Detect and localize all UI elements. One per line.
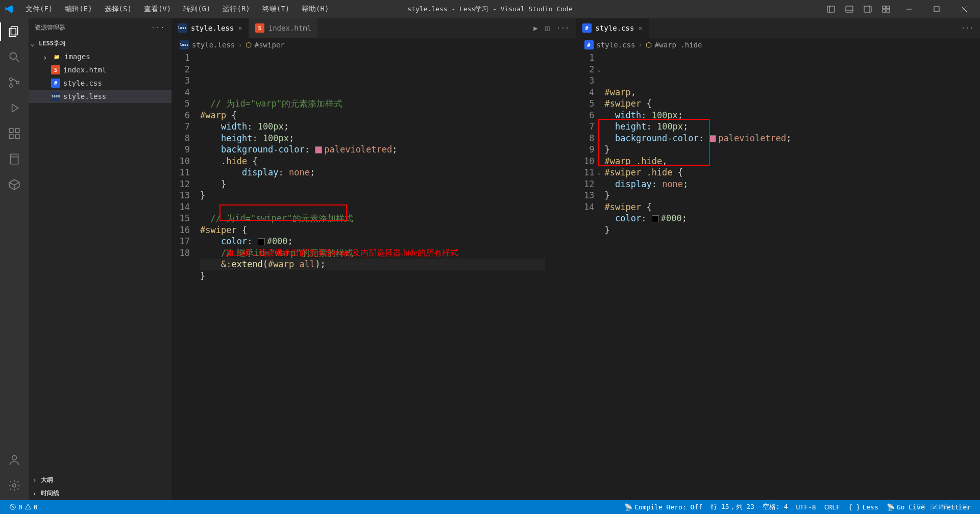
- folder-root[interactable]: LESS学习: [29, 37, 172, 50]
- svg-rect-11: [934, 7, 939, 12]
- outline-section[interactable]: 大纲: [29, 473, 172, 486]
- svg-rect-9: [887, 10, 890, 12]
- tree-item-index.html[interactable]: 5index.html: [29, 63, 172, 76]
- tab-style.css[interactable]: #style.css×: [576, 18, 649, 38]
- file-tree: 📁images5index.html#style.csslessstyle.le…: [29, 50, 172, 473]
- right-tabs: #style.css×···: [576, 18, 981, 38]
- search-icon[interactable]: [6, 49, 22, 65]
- svg-rect-25: [15, 128, 19, 133]
- svg-rect-26: [10, 154, 18, 164]
- less-icon: less: [51, 92, 60, 101]
- more-icon[interactable]: ···: [151, 24, 165, 31]
- svg-point-19: [10, 85, 12, 87]
- svg-rect-0: [827, 6, 835, 12]
- minimap[interactable]: [545, 52, 576, 500]
- minimap[interactable]: [949, 52, 980, 500]
- panel-left-icon[interactable]: [824, 2, 838, 16]
- tree-item-style.css[interactable]: #style.css: [29, 76, 172, 90]
- status-golive[interactable]: 📡 Go Live: [883, 502, 929, 511]
- menu-help[interactable]: 帮助(H): [297, 3, 334, 16]
- run-debug-icon[interactable]: [6, 100, 22, 116]
- menu-file[interactable]: 文件(F): [20, 3, 58, 16]
- right-code[interactable]: 1234567891011121314 ⌄ ⌄ ⌄ #warp,#swiper …: [576, 52, 981, 500]
- svg-point-20: [16, 81, 19, 84]
- panel-right-icon[interactable]: [861, 2, 875, 16]
- status-spaces[interactable]: 空格: 4: [758, 502, 792, 511]
- sidebar-title: 资源管理器: [35, 23, 65, 32]
- maximize-button[interactable]: [925, 0, 948, 18]
- explorer-icon[interactable]: [6, 23, 22, 40]
- status-position[interactable]: 行 15，列 23: [706, 502, 758, 511]
- close-button[interactable]: [952, 0, 976, 18]
- split-icon[interactable]: ◫: [545, 24, 549, 32]
- right-editor: #style.css×··· # style.css › ⬡ #warp .hi…: [576, 18, 981, 500]
- right-breadcrumb[interactable]: # style.css › ⬡ #warp .hide: [576, 38, 981, 52]
- html-icon: 5: [255, 23, 264, 33]
- svg-line-17: [16, 59, 19, 62]
- tab-index.html[interactable]: 5index.html: [249, 18, 318, 38]
- less-icon: less: [178, 23, 187, 33]
- account-icon[interactable]: [6, 452, 22, 468]
- window-title: style.less - Less学习 - Visual Studio Code: [407, 5, 572, 14]
- svg-point-16: [10, 53, 16, 59]
- less-icon: less: [180, 40, 189, 49]
- folder-icon: 📁: [52, 52, 61, 61]
- more-icon[interactable]: ···: [556, 24, 569, 32]
- status-prettier[interactable]: ✓ Prettier: [929, 502, 975, 511]
- menu-run[interactable]: 运行(R): [217, 3, 255, 16]
- svg-rect-22: [9, 128, 13, 133]
- left-code[interactable]: 123456789101112131415161718 加上all，就会继承当前…: [172, 52, 576, 500]
- svg-rect-7: [887, 6, 890, 9]
- package-icon[interactable]: [6, 176, 22, 193]
- close-tab-icon[interactable]: ×: [638, 24, 642, 32]
- status-encoding[interactable]: UTF-8: [792, 502, 820, 511]
- svg-rect-23: [9, 135, 13, 139]
- statusbar: 0 0 📡 Compile Hero: Off 行 15，列 23 空格: 4 …: [0, 500, 980, 514]
- annotation-text: 加上all，就会继承当前选择器#warp及内部选择器.hide的所有样式: [226, 247, 458, 259]
- tree-item-style.less[interactable]: lessstyle.less: [29, 90, 172, 103]
- menu-select[interactable]: 选择(S): [100, 3, 137, 16]
- html-icon: 5: [51, 65, 60, 74]
- extensions-icon[interactable]: [6, 125, 22, 142]
- svg-marker-21: [12, 104, 18, 112]
- menu-bar: 文件(F) 编辑(E) 选择(S) 查看(V) 转到(G) 运行(R) 终端(T…: [20, 3, 334, 16]
- status-errors[interactable]: 0 0: [5, 503, 42, 511]
- layout-icon[interactable]: [879, 2, 893, 16]
- panel-bottom-icon[interactable]: [842, 2, 856, 16]
- css-icon: #: [584, 40, 594, 49]
- menu-goto[interactable]: 转到(G): [178, 3, 215, 16]
- svg-point-29: [13, 484, 16, 487]
- source-control-icon[interactable]: [6, 74, 22, 91]
- css-icon: #: [582, 23, 592, 33]
- sidebar: 资源管理器 ··· LESS学习 📁images5index.html#styl…: [29, 18, 172, 500]
- menu-edit[interactable]: 编辑(E): [60, 3, 97, 16]
- minimize-button[interactable]: [897, 0, 921, 18]
- svg-rect-8: [883, 10, 886, 12]
- tab-style.less[interactable]: lessstyle.less×: [172, 18, 249, 38]
- tree-item-images[interactable]: 📁images: [29, 50, 172, 63]
- more-icon[interactable]: ···: [961, 24, 974, 32]
- left-editor: lessstyle.less×5index.html▶◫··· less sty…: [172, 18, 576, 500]
- timeline-section[interactable]: 时间线: [29, 486, 172, 500]
- chevron-right-icon: [43, 54, 49, 60]
- menu-terminal[interactable]: 终端(T): [257, 3, 295, 16]
- svg-rect-4: [864, 6, 871, 12]
- svg-rect-2: [846, 6, 853, 12]
- css-icon: #: [51, 79, 60, 88]
- left-tabs: lessstyle.less×5index.html▶◫···: [172, 18, 576, 38]
- run-icon[interactable]: ▶: [533, 24, 537, 32]
- vscode-logo-icon: [4, 4, 14, 14]
- close-tab-icon[interactable]: ×: [238, 24, 242, 32]
- left-breadcrumb[interactable]: less style.less › ⬡ #swiper: [172, 38, 576, 52]
- svg-rect-6: [883, 6, 886, 9]
- status-compile[interactable]: 📡 Compile Hero: Off: [620, 502, 706, 511]
- menu-view[interactable]: 查看(V): [139, 3, 176, 16]
- activity-bar: [0, 18, 29, 500]
- status-lang[interactable]: { } Less: [844, 502, 883, 511]
- bookmark-icon[interactable]: [6, 151, 22, 167]
- settings-icon[interactable]: [6, 477, 22, 494]
- status-eol[interactable]: CRLF: [820, 502, 844, 511]
- svg-rect-24: [15, 135, 19, 139]
- titlebar: 文件(F) 编辑(E) 选择(S) 查看(V) 转到(G) 运行(R) 终端(T…: [0, 0, 980, 18]
- svg-point-28: [12, 455, 17, 460]
